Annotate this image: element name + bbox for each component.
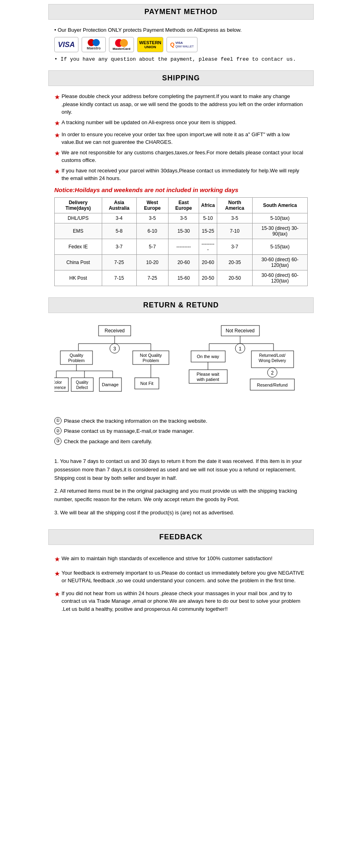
star-icon-5: ★	[54, 167, 60, 176]
shipping-item-1: ★ Please double check your address befor…	[54, 92, 308, 116]
table-row: DHL/UPS 3-4 3-5 3-5 5-10 3-5 5-10(tax)	[55, 213, 308, 223]
col-header-5: North America	[217, 197, 252, 213]
svg-text:Damage: Damage	[102, 382, 119, 387]
circle-num-3: ③	[54, 438, 62, 445]
svg-text:Defect: Defect	[76, 385, 88, 390]
svg-text:On the way: On the way	[197, 354, 219, 359]
svg-text:Quality: Quality	[70, 353, 84, 358]
col-header-3: East Europe	[168, 197, 199, 213]
table-row: EMS 5-8 6-10 15-30 15-25 7-10 15-30 (dir…	[55, 223, 308, 239]
shipping-item-3: ★ In order to ensure you receive your or…	[54, 131, 308, 146]
shipping-table: Delivery Time(days) Asia Australia West …	[54, 197, 308, 286]
western-union-icon: WESTERN UNION	[137, 37, 163, 52]
star-icon-4: ★	[54, 149, 60, 158]
svg-text:3: 3	[113, 346, 116, 352]
col-header-0: Delivery Time(days)	[55, 197, 102, 213]
mastercard-icon: MasterCard	[109, 37, 134, 52]
shipping-item-5: ★ If you have not received your parcel w…	[54, 167, 308, 182]
star-icon-2: ★	[54, 119, 60, 128]
svg-text:2: 2	[271, 370, 274, 376]
flowchart: Received 3 Quality Problem Not Quality P…	[54, 323, 308, 413]
instruction-2: ② Please contact us by massage,E-mail,or…	[54, 427, 308, 435]
svg-text:difference: difference	[54, 385, 66, 390]
policy-item-3: 3. We will bear all the shipping cost if…	[54, 509, 308, 517]
payment-icons-row: VISA Maestro MasterCard WESTERN UNION	[54, 37, 308, 52]
shipping-item-2: ★ A tracking number will be updated on A…	[54, 119, 308, 128]
col-header-1: Asia Australia	[102, 197, 136, 213]
table-row: HK Post 7-15 7-25 15-60 20-50 20-50 30-6…	[55, 270, 308, 286]
svg-text:Problem: Problem	[143, 358, 159, 363]
payment-section-header: PAYMENT METHOD	[48, 4, 314, 20]
star-fb-3: ★	[54, 590, 60, 599]
star-icon-3: ★	[54, 131, 60, 140]
star-fb-1: ★	[54, 555, 60, 564]
col-header-4: Africa	[199, 197, 217, 213]
svg-text:Not Quality: Not Quality	[140, 353, 162, 358]
star-icon-1: ★	[54, 92, 60, 102]
svg-text:Not Fit: Not Fit	[140, 381, 153, 386]
table-row: China Post 7-25 10-20 20-60 20-60 20-35 …	[55, 254, 308, 270]
shipping-item-4: ★ We are not responsible for any customs…	[54, 149, 308, 164]
instruction-1: ① Please check the tracking information …	[54, 417, 308, 425]
shipping-section-header: SHIPPING	[48, 70, 314, 86]
feedback-item-2: ★ Your feedback is extremely important t…	[54, 569, 308, 585]
qiwi-icon: Q VISAQIWI WALLET	[167, 37, 197, 52]
return-section: Received 3 Quality Problem Not Quality P…	[48, 316, 314, 525]
shipping-section: ★ Please double check your address befor…	[48, 89, 314, 293]
return-section-header: RETURN & RETUND	[48, 297, 314, 313]
feedback-item-1: ★ We aim to maintain high standards of e…	[54, 555, 308, 564]
svg-text:Not  Received: Not Received	[226, 328, 255, 334]
policy-list: 1. You have 7 days to contact us and 30 …	[54, 457, 308, 517]
policy-item-1: 1. You have 7 days to contact us and 30 …	[54, 457, 308, 482]
col-header-6: South America	[253, 197, 308, 213]
svg-text:Resend/Refund: Resend/Refund	[257, 383, 288, 387]
circle-num-1: ①	[54, 417, 62, 424]
circle-num-2: ②	[54, 427, 62, 434]
maestro-icon: Maestro	[82, 37, 106, 52]
table-row: Fedex IE 3-7 5-7 --------- --------- 3-7…	[55, 239, 308, 254]
star-fb-2: ★	[54, 569, 60, 579]
feedback-section: ★ We aim to maintain high standards of e…	[48, 548, 314, 625]
instruction-list: ① Please check the tracking information …	[54, 417, 308, 446]
svg-text:Problem: Problem	[68, 358, 85, 363]
policy-item-2: 2. All returned items must be in the ori…	[54, 487, 308, 504]
svg-text:Quality: Quality	[76, 380, 88, 385]
payment-bullet1: • Our Buyer Protection ONLY protects Pay…	[54, 27, 308, 33]
feedback-section-header: FEEDBACK	[48, 529, 314, 545]
payment-section: • Our Buyer Protection ONLY protects Pay…	[48, 23, 314, 66]
payment-note: • If you have any question about the pay…	[54, 56, 308, 62]
svg-text:1: 1	[239, 346, 242, 352]
svg-text:with patient: with patient	[196, 377, 219, 382]
feedback-item-3: ★ If you did not hear from us within 24 …	[54, 590, 308, 613]
svg-text:Please wait: Please wait	[197, 372, 219, 377]
shipping-notice: Notice:Hoildays and weekends are not inc…	[54, 186, 308, 193]
col-header-2: West Europe	[136, 197, 168, 213]
svg-text:Wrong Delivery: Wrong Delivery	[259, 358, 286, 363]
svg-text:Returned/Lost/: Returned/Lost/	[259, 353, 286, 358]
instruction-3: ③ Check the package and item carefully.	[54, 438, 308, 446]
svg-text:Received: Received	[105, 328, 125, 334]
svg-text:Color: Color	[54, 380, 62, 385]
visa-icon: VISA	[54, 37, 78, 52]
